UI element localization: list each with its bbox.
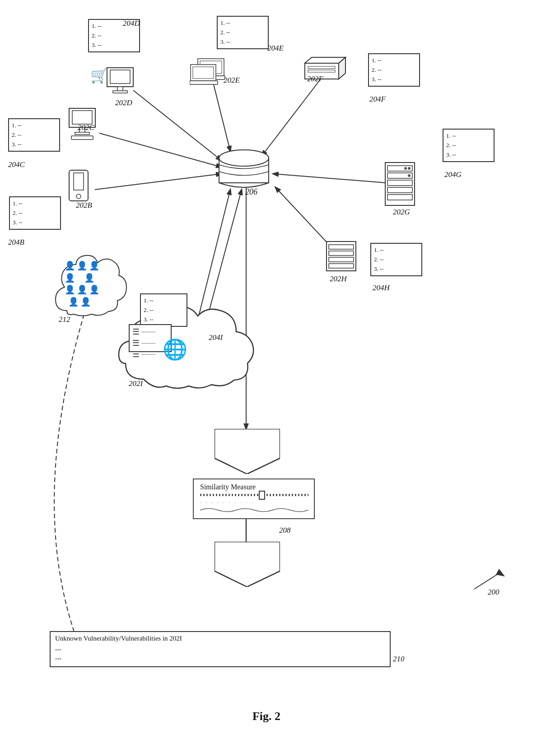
- svg-rect-46: [329, 245, 354, 249]
- doc-line: 2. --: [12, 130, 56, 140]
- doc-line: 2. --: [13, 209, 57, 218]
- label-202C: 202C: [78, 123, 94, 132]
- label-204E: 204E: [267, 44, 284, 53]
- label-204G: 204G: [444, 170, 462, 179]
- label-204D: 204D: [123, 19, 140, 28]
- label-202D: 202D: [115, 98, 132, 107]
- cart-icon: 🛒: [90, 67, 108, 84]
- label-204B: 204B: [8, 238, 24, 247]
- output-box-210: Unknown Vulnerability/Vulnerabilities in…: [50, 631, 391, 667]
- globe-icon: 🌐: [163, 338, 187, 361]
- svg-rect-42: [387, 180, 412, 186]
- label-202E: 202E: [224, 76, 240, 85]
- device-202H: [324, 239, 365, 277]
- svg-marker-50: [215, 429, 280, 474]
- svg-line-2: [133, 90, 221, 160]
- label-204H: 204H: [373, 283, 390, 293]
- people-group-212: 👤👤👤 👤 👤 👤👤👤 👤👤: [53, 247, 128, 319]
- device-202G: [383, 160, 424, 212]
- doc-line: 3. --: [372, 75, 416, 84]
- svg-line-52: [474, 573, 499, 589]
- doc-line: 1. --: [372, 56, 416, 65]
- doc-line: 3. --: [12, 140, 56, 149]
- doc-204H: 1. -- 2. -- 3. --: [370, 243, 422, 276]
- svg-point-39: [404, 167, 407, 170]
- label-204C: 204C: [8, 160, 25, 169]
- doc-line: 1. --: [12, 121, 56, 130]
- label-202G: 202G: [393, 208, 410, 217]
- svg-marker-53: [496, 569, 505, 576]
- svg-line-3: [212, 79, 230, 151]
- central-database: [217, 149, 271, 191]
- label-202I: 202I: [129, 379, 143, 388]
- doc-204G: 1. -- 2. -- 3. --: [443, 129, 495, 162]
- label-204I: 204I: [209, 333, 223, 342]
- doc-line: 1. --: [13, 199, 57, 209]
- svg-rect-30: [190, 81, 218, 84]
- svg-rect-49: [329, 264, 354, 268]
- svg-rect-43: [387, 187, 412, 193]
- device-202B: [67, 169, 92, 205]
- svg-rect-44: [387, 195, 412, 200]
- doc-line: 2. --: [446, 141, 491, 150]
- svg-rect-22: [110, 70, 130, 84]
- arrow-shape-1: [215, 429, 280, 476]
- svg-point-41: [408, 174, 411, 177]
- svg-point-12: [219, 150, 269, 166]
- doc-line: 3. --: [92, 41, 136, 50]
- doc-line: 1. --: [446, 131, 491, 141]
- doc-line: 3. --: [220, 37, 265, 47]
- doc-line: 2. --: [372, 65, 416, 75]
- doc-204E: 1. -- 2. -- 3. --: [217, 16, 269, 49]
- output-line-1: ---: [55, 646, 385, 653]
- svg-marker-51: [215, 542, 280, 587]
- figure-canvas: 206 202B 1. -- 2. -- 3. -- 204B 202C 1. …: [0, 0, 560, 748]
- doc-line: 3. --: [13, 218, 57, 228]
- label-208: 208: [279, 526, 291, 535]
- label-200: 200: [488, 588, 499, 597]
- svg-point-38: [408, 167, 411, 170]
- svg-rect-14: [74, 173, 84, 190]
- label-202B: 202B: [76, 201, 92, 210]
- similarity-measure-box: Similarity Measure · · · · · · · · · ·: [193, 479, 315, 519]
- svg-rect-19: [75, 132, 89, 135]
- label-210: 210: [393, 655, 405, 664]
- doc-line: 1. --: [144, 296, 184, 306]
- slider-track: [200, 494, 308, 496]
- db-label: 206: [245, 187, 257, 197]
- doc-line: 3. --: [144, 315, 184, 325]
- label-202F: 202F: [307, 74, 323, 84]
- doc-line: 2. --: [374, 255, 419, 265]
- doc-line: 2. --: [220, 28, 265, 37]
- svg-rect-17: [72, 111, 92, 124]
- output-title: Unknown Vulnerability/Vulnerabilities in…: [55, 635, 385, 642]
- output-line-2: ---: [55, 655, 385, 662]
- svg-rect-47: [329, 251, 354, 256]
- doc-line: 2. --: [92, 31, 136, 41]
- label-212-text: 212: [59, 315, 70, 324]
- svg-rect-29: [193, 67, 214, 79]
- doc-204B: 1. -- 2. -- 3. --: [9, 196, 61, 230]
- svg-line-1: [99, 133, 221, 167]
- doc-204F: 1. -- 2. -- 3. --: [368, 53, 420, 87]
- doc-line: 1. --: [374, 246, 419, 255]
- device-202D: [105, 67, 139, 101]
- svg-line-4: [262, 79, 321, 156]
- arrow-shape-2: [215, 542, 280, 589]
- doc-204C: 1. -- 2. -- 3. --: [8, 118, 60, 152]
- svg-line-5: [273, 174, 386, 183]
- svg-rect-20: [71, 136, 93, 139]
- doc-line: 2. --: [144, 306, 184, 315]
- slider-thumb: [259, 491, 265, 500]
- doc-line: 1. --: [220, 19, 265, 28]
- doc-line: 3. --: [374, 265, 419, 274]
- doc-line: 3. --: [446, 150, 491, 160]
- svg-rect-24: [113, 91, 127, 93]
- svg-rect-48: [329, 257, 354, 262]
- similarity-title: Similarity Measure: [200, 483, 308, 491]
- svg-line-0: [95, 174, 221, 190]
- label-204F: 204F: [369, 95, 386, 104]
- doc-inside-202I: 1. -- 2. -- 3. --: [140, 293, 187, 327]
- label-202H: 202H: [330, 274, 347, 283]
- figure-caption: Fig. 2: [221, 710, 312, 723]
